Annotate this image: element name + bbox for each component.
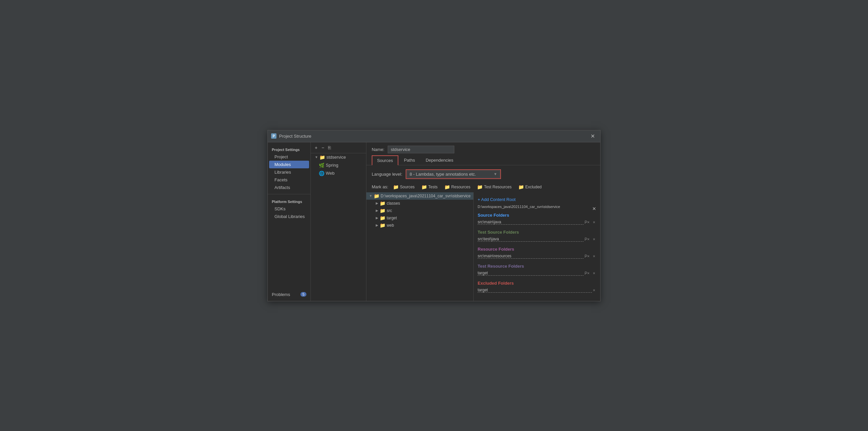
sidebar-item-global-libraries[interactable]: Global Libraries [268, 213, 310, 220]
content-root-node[interactable]: ▼ 📁 D:\workspaces_java\20211104_car_svn\… [366, 192, 473, 200]
tree-src-node[interactable]: ▶ 📁 src [366, 207, 473, 214]
tree-web-label: Web [326, 171, 335, 176]
chevron-right-icon: ▶ [376, 223, 378, 227]
resource-folders-section: Resource Folders src\main\resources P× × [477, 247, 596, 260]
add-button[interactable]: + [313, 144, 319, 151]
target-label: target [387, 216, 397, 220]
language-level-label: Language level: [372, 172, 402, 177]
tree-target-node[interactable]: ▶ 📁 target [366, 214, 473, 222]
tab-paths[interactable]: Paths [399, 155, 420, 165]
target-folder-icon: 📁 [380, 216, 385, 221]
excluded-folder-x-action[interactable]: × [592, 288, 596, 293]
test-source-folder-path-0: src\test\java [477, 237, 584, 242]
language-level-select[interactable]: 8 - Lambdas, type annotations etc. 11 - … [407, 170, 500, 178]
test-resources-icon: 📁 [477, 184, 483, 190]
problems-row[interactable]: Problems 5 [268, 291, 310, 298]
tests-icon: 📁 [421, 184, 427, 190]
tree-web-node[interactable]: ▶ 📁 web [366, 222, 473, 229]
split-area: ▼ 📁 D:\workspaces_java\20211104_car_svn\… [366, 192, 600, 301]
info-panel: + Add Content Root D:\workspaces_java\20… [474, 192, 600, 301]
project-settings-label: Project Settings [268, 145, 310, 153]
mark-excluded-button[interactable]: 📁 Excluded [516, 184, 544, 190]
middle-panel: + − ⎘ ▼ 📁 stdservice 🌿 Spring 🌐 Web [311, 142, 366, 301]
folder-icon: 📁 [319, 155, 325, 160]
source-folders-section: Source Folders src\main\java P× × [477, 213, 596, 226]
resource-folder-x-action[interactable]: × [592, 254, 596, 259]
close-button[interactable]: ✕ [589, 132, 597, 140]
excluded-folder-actions-0: × [592, 288, 596, 293]
resource-folders-row-0: src\main\resources P× × [477, 253, 596, 260]
mark-sources-button[interactable]: 📁 Sources [391, 184, 417, 190]
source-folder-actions-0: P× × [584, 220, 596, 225]
source-folders-title: Source Folders [477, 213, 596, 218]
test-resource-folder-x-action[interactable]: × [592, 271, 596, 276]
excluded-folders-row-0: target × [477, 287, 596, 294]
language-level-select-container: 8 - Lambdas, type annotations etc. 11 - … [407, 170, 500, 178]
content-root-path: D:\workspaces_java\20211104_car_svn\stds… [381, 194, 471, 198]
test-resource-folder-path-0: target [477, 271, 584, 276]
content-tree-panel: ▼ 📁 D:\workspaces_java\20211104_car_svn\… [366, 192, 474, 301]
info-panel-close-button[interactable]: ✕ [592, 206, 596, 211]
spring-icon: 🌿 [319, 163, 324, 168]
excluded-folder-path-0: target [477, 288, 592, 293]
window-title: Project Structure [279, 134, 311, 139]
chevron-down-icon: ▼ [315, 155, 318, 159]
test-resource-folder-p-action[interactable]: P× [584, 271, 591, 276]
info-header: + Add Content Root [477, 196, 596, 205]
language-level-row: Language level: 8 - Lambdas, type annota… [366, 165, 600, 182]
sidebar-item-sdks[interactable]: SDKs [268, 205, 310, 213]
platform-settings-label: Platform Settings [268, 197, 310, 205]
mark-tests-button[interactable]: 📁 Tests [420, 184, 440, 190]
tree-classes-node[interactable]: ▶ 📁 classes [366, 200, 473, 207]
source-folder-x-action[interactable]: × [592, 220, 596, 225]
test-resource-folders-section: Test Resource Folders target P× × [477, 264, 596, 277]
test-resource-folder-actions-0: P× × [584, 271, 596, 276]
excluded-folders-title: Excluded Folders [477, 281, 596, 286]
middle-toolbar: + − ⎘ [311, 142, 366, 153]
source-folders-row-0: src\main\java P× × [477, 219, 596, 226]
name-input[interactable] [388, 146, 454, 153]
content-area: Project Settings Project Modules Librari… [268, 142, 600, 301]
resource-folders-title: Resource Folders [477, 247, 596, 252]
source-folder-p-action[interactable]: P× [584, 220, 591, 225]
test-source-folder-p-action[interactable]: P× [584, 237, 591, 242]
info-panel-path: D:\workspaces_java\20211104_car_svn\stds… [477, 205, 590, 209]
app-icon: P [271, 133, 276, 139]
sidebar-item-libraries[interactable]: Libraries [268, 168, 310, 176]
excluded-icon: 📁 [518, 184, 524, 190]
tab-sources[interactable]: Sources [372, 155, 398, 165]
src-label: src [387, 208, 392, 213]
web-icon: 🌐 [319, 171, 324, 176]
test-resource-folders-title: Test Resource Folders [477, 264, 596, 269]
mark-as-label: Mark as: [372, 184, 389, 189]
classes-folder-icon: 📁 [380, 201, 385, 206]
sidebar-item-facets[interactable]: Facets [268, 176, 310, 184]
name-label: Name: [372, 147, 384, 152]
tabs-bar: Sources Paths Dependencies [366, 155, 600, 165]
remove-button[interactable]: − [320, 144, 326, 151]
source-folder-path-0: src\main\java [477, 220, 584, 225]
sidebar-item-modules[interactable]: Modules [269, 161, 309, 168]
add-content-root-button[interactable]: + Add Content Root [477, 197, 516, 202]
tree-web-item[interactable]: 🌐 Web [311, 169, 366, 177]
title-bar: P Project Structure ✕ [268, 130, 600, 142]
mark-test-resources-button[interactable]: 📁 Test Resources [475, 184, 514, 190]
test-source-folder-x-action[interactable]: × [592, 237, 596, 242]
mark-resources-button[interactable]: 📁 Resources [442, 184, 472, 190]
tab-dependencies[interactable]: Dependencies [421, 155, 458, 165]
chevron-down-icon: ▼ [369, 194, 372, 198]
tree-root-item[interactable]: ▼ 📁 stdservice [311, 153, 366, 161]
sidebar-item-artifacts[interactable]: Artifacts [268, 184, 310, 191]
test-source-folders-row-0: src\test\java P× × [477, 236, 596, 243]
tree-root-label: stdservice [327, 155, 346, 160]
resource-folder-path-0: src\main\resources [477, 254, 584, 259]
resource-folder-p-action[interactable]: P× [584, 254, 591, 259]
sidebar-item-project[interactable]: Project [268, 153, 310, 161]
src-folder-icon: 📁 [380, 208, 385, 213]
tree-spring-item[interactable]: 🌿 Spring [311, 161, 366, 169]
mark-as-row: Mark as: 📁 Sources 📁 Tests 📁 Resources 📁… [366, 182, 600, 192]
resource-folder-actions-0: P× × [584, 254, 596, 259]
copy-button[interactable]: ⎘ [327, 144, 332, 151]
name-row: Name: [366, 142, 600, 155]
info-path-row: D:\workspaces_java\20211104_car_svn\stds… [477, 205, 596, 213]
